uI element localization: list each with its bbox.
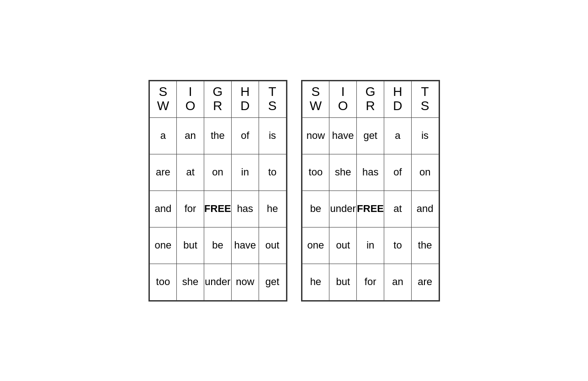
word-cell: and <box>411 190 439 227</box>
word-cell: under <box>329 190 357 227</box>
word-cell: one <box>302 227 329 264</box>
table-row: tooshehasofon <box>302 154 439 190</box>
word-cell: get <box>259 264 286 300</box>
table-row: onebutbehaveout <box>149 227 286 264</box>
header-cell: HD <box>231 81 259 117</box>
word-cell: has <box>231 190 259 227</box>
word-cell: out <box>259 227 286 264</box>
free-space: FREE <box>357 190 384 227</box>
word-cell: one <box>149 227 177 264</box>
word-cell: she <box>177 264 204 300</box>
word-cell: for <box>357 264 384 300</box>
table-row: oneoutintothe <box>302 227 439 264</box>
bingo-card-2: SWIOGRHDTSnowhavegetaistooshehasofonbeun… <box>301 80 440 302</box>
table-row: beunderFREEatand <box>302 190 439 227</box>
word-cell: to <box>384 227 412 264</box>
word-cell: be <box>204 227 231 264</box>
table-row: areatoninto <box>149 154 286 190</box>
table-row: aantheofis <box>149 117 286 154</box>
word-cell: an <box>177 117 204 154</box>
word-cell: too <box>302 154 329 190</box>
bingo-card-1: SWIOGRHDTSaantheofisareatonintoandforFRE… <box>148 80 287 302</box>
word-cell: is <box>259 117 286 154</box>
header-cell: GR <box>204 81 231 117</box>
word-cell: in <box>357 227 384 264</box>
word-cell: the <box>204 117 231 154</box>
header-cell: TS <box>259 81 286 117</box>
word-cell: an <box>384 264 412 300</box>
word-cell: are <box>149 154 177 190</box>
table-row: hebutforanare <box>302 264 439 300</box>
word-cell: in <box>231 154 259 190</box>
header-cell: IO <box>329 81 357 117</box>
word-cell: to <box>259 154 286 190</box>
word-cell: out <box>329 227 357 264</box>
word-cell: too <box>149 264 177 300</box>
free-space: FREE <box>204 190 231 227</box>
word-cell: the <box>411 227 439 264</box>
word-cell: she <box>329 154 357 190</box>
word-cell: have <box>329 117 357 154</box>
word-cell: have <box>231 227 259 264</box>
page-container: SWIOGRHDTSaantheofisareatonintoandforFRE… <box>139 71 449 311</box>
word-cell: and <box>149 190 177 227</box>
header-cell: TS <box>411 81 439 117</box>
table-row: toosheundernowget <box>149 264 286 300</box>
header-cell: SW <box>149 81 177 117</box>
word-cell: for <box>177 190 204 227</box>
table-row: nowhavegetais <box>302 117 439 154</box>
word-cell: at <box>177 154 204 190</box>
word-cell: he <box>259 190 286 227</box>
word-cell: on <box>411 154 439 190</box>
word-cell: but <box>177 227 204 264</box>
word-cell: get <box>357 117 384 154</box>
word-cell: are <box>411 264 439 300</box>
word-cell: is <box>411 117 439 154</box>
word-cell: be <box>302 190 329 227</box>
header-cell: SW <box>302 81 329 117</box>
table-row: andforFREEhashe <box>149 190 286 227</box>
header-cell: HD <box>384 81 412 117</box>
word-cell: at <box>384 190 412 227</box>
header-cell: IO <box>177 81 204 117</box>
word-cell: under <box>204 264 231 300</box>
word-cell: has <box>357 154 384 190</box>
word-cell: he <box>302 264 329 300</box>
header-cell: GR <box>357 81 384 117</box>
word-cell: now <box>231 264 259 300</box>
word-cell: of <box>384 154 412 190</box>
word-cell: but <box>329 264 357 300</box>
word-cell: of <box>231 117 259 154</box>
word-cell: now <box>302 117 329 154</box>
word-cell: a <box>384 117 412 154</box>
word-cell: on <box>204 154 231 190</box>
word-cell: a <box>149 117 177 154</box>
